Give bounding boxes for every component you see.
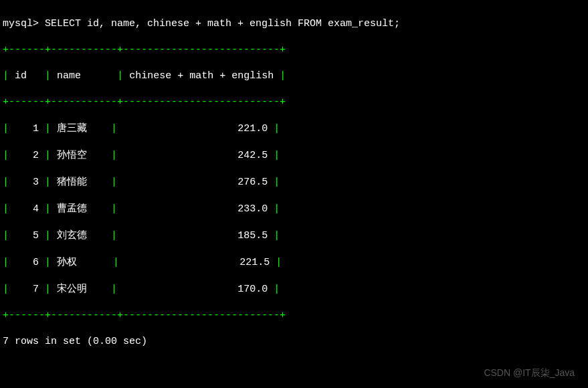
header-id: id (15, 70, 27, 82)
header-name: name (57, 70, 81, 82)
terminal-output: mysql> SELECT id, name, chinese + math +… (3, 4, 585, 388)
table-row: | 7 | 宋公明 | 170.0 | (3, 282, 585, 296)
table-row: | 6 | 孙权 | 221.5 | (3, 256, 585, 270)
table-row: | 5 | 刘玄德 | 185.5 | (3, 229, 585, 243)
table-row: | 1 | 唐三藏 | 221.0 | (3, 122, 585, 136)
header-expr: chinese + math + english (129, 70, 274, 82)
table-border-mid: +------+-----------+--------------------… (3, 96, 585, 109)
table-header-row: | id | name | chinese + math + english | (3, 70, 585, 83)
sql-query: SELECT id, name, chinese + math + englis… (45, 18, 400, 29)
mysql-prompt[interactable]: mysql> (3, 18, 39, 29)
watermark: CSDN @IT辰柒_Java (484, 367, 575, 379)
table-row: | 4 | 曹孟德 | 233.0 | (3, 202, 585, 216)
table-border-bottom: +------+-----------+--------------------… (3, 309, 585, 322)
table-border-top: +------+-----------+--------------------… (3, 43, 585, 57)
table-row: | 2 | 孙悟空 | 242.5 | (3, 149, 585, 163)
table-row: | 3 | 猪悟能 | 276.5 | (3, 175, 585, 189)
status-line: 7 rows in set (0.00 sec) (3, 335, 585, 349)
